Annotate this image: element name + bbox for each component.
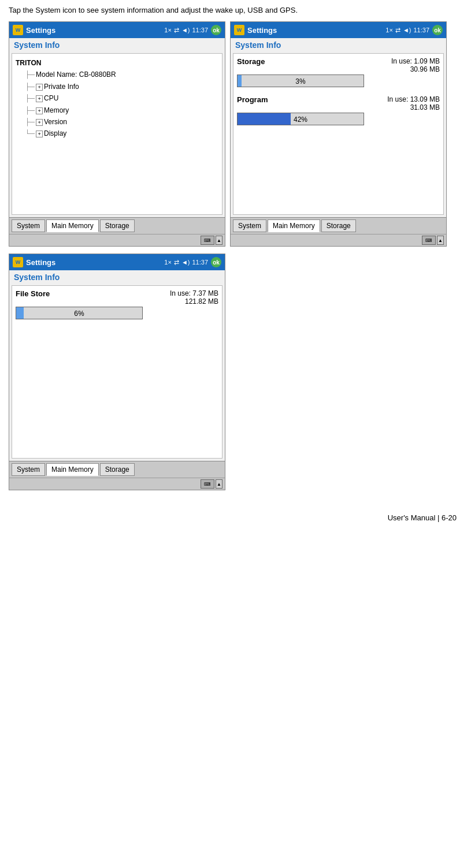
tree-model: ├─Model Name: CB-0880BR	[16, 69, 218, 80]
tree-memory[interactable]: ├─+Memory	[16, 105, 218, 116]
filestore-values: In use: 7.37 MB 121.82 MB	[170, 289, 218, 306]
titlebar-title-2: Settings	[247, 26, 383, 35]
keyboard-icon-3[interactable]: ⌨	[201, 479, 214, 489]
expand-memory-icon[interactable]: +	[36, 107, 43, 114]
page-footer: User's Manual | 6-20	[9, 513, 462, 522]
clock-3: 11:37	[192, 259, 208, 266]
tab-main-memory-3[interactable]: Main Memory	[46, 463, 99, 476]
sysinfo-heading-3: System Info	[9, 270, 225, 283]
expand-cpu-icon[interactable]: +	[36, 95, 43, 102]
screenshots-top-row: W Settings 1× ⇄ ◄) 11:37 ok System Info …	[9, 21, 462, 247]
tab-bar-1: System Main Memory Storage	[9, 217, 225, 234]
expand-display-icon[interactable]: +	[36, 131, 43, 137]
expand-private-icon[interactable]: +	[36, 84, 43, 91]
bottom-bar-2: ⌨ ▲	[231, 234, 446, 246]
tree-cpu[interactable]: ├─+CPU	[16, 92, 218, 104]
titlebar-icons-1: 1× ⇄ ◄) 11:37	[164, 27, 208, 34]
sysinfo-heading-1: System Info	[9, 38, 225, 51]
program-values: In use: 13.09 MB 31.03 MB	[387, 95, 440, 111]
titlebar-icons-3: 1× ⇄ ◄) 11:37	[164, 259, 208, 266]
filestore-header: File Store In use: 7.37 MB 121.82 MB	[16, 289, 218, 306]
storage-header: Storage In use: 1.09 MB 30.96 MB	[237, 57, 440, 73]
tab-main-memory-2[interactable]: Main Memory	[268, 219, 320, 232]
storage-in-use-label: In use:	[391, 57, 412, 65]
titlebar-icons-2: 1× ⇄ ◄) 11:37	[385, 27, 429, 34]
ok-button-2[interactable]: ok	[432, 25, 443, 35]
sync-icon-2: ⇄	[395, 27, 400, 34]
tree-content: TRITON ├─Model Name: CB-0880BR ├─+Privat…	[12, 53, 222, 215]
tab-system-3[interactable]: System	[12, 463, 45, 476]
tab-storage-1[interactable]: Storage	[100, 219, 135, 232]
program-bar: 42%	[237, 113, 364, 125]
ok-button-1[interactable]: ok	[211, 25, 221, 35]
sync-icon-3: ⇄	[174, 259, 179, 266]
program-header: Program In use: 13.09 MB 31.03 MB	[237, 95, 440, 111]
titlebar-3: W Settings 1× ⇄ ◄) 11:37 ok	[9, 254, 225, 270]
storage-section: Storage In use: 1.09 MB 30.96 MB 3%	[237, 57, 440, 87]
screenshots-bottom-row: W Settings 1× ⇄ ◄) 11:37 ok System Info …	[9, 254, 462, 490]
volume-icon-3: ◄)	[181, 259, 190, 266]
signal-icon-3: 1×	[164, 259, 172, 266]
tree-root: TRITON	[16, 57, 218, 69]
screenshot-2: W Settings 1× ⇄ ◄) 11:37 ok System Info …	[230, 21, 447, 247]
titlebar-1: W Settings 1× ⇄ ◄) 11:37 ok	[9, 22, 225, 38]
scroll-up-3[interactable]: ▲	[216, 479, 222, 489]
intro-text: Tap the System icon to see system inform…	[9, 6, 462, 14]
tree-private[interactable]: ├─+Private Info	[16, 81, 218, 92]
storage-content: Storage In use: 1.09 MB 30.96 MB 3% Prog…	[233, 53, 444, 215]
program-label: Program	[237, 95, 268, 111]
tree-version[interactable]: ├─+Version	[16, 116, 218, 128]
volume-icon: ◄)	[181, 27, 190, 33]
signal-icon-2: 1×	[385, 27, 393, 33]
clock-2: 11:37	[413, 27, 429, 33]
keyboard-icon-2[interactable]: ⌨	[422, 236, 436, 245]
storage-total-value: 30.96 MB	[410, 65, 440, 73]
tab-storage-2[interactable]: Storage	[321, 219, 356, 232]
program-total-value: 31.03 MB	[410, 103, 440, 111]
program-in-use-label: In use:	[387, 95, 408, 103]
filestore-in-use-value: 7.37 MB	[192, 289, 218, 297]
screenshot-3: W Settings 1× ⇄ ◄) 11:37 ok System Info …	[9, 254, 225, 490]
windows-logo-icon-2: W	[234, 25, 244, 35]
sync-icon: ⇄	[174, 27, 179, 34]
tab-system-1[interactable]: System	[12, 219, 45, 232]
titlebar-title-1: Settings	[26, 26, 161, 35]
tab-main-memory-1[interactable]: Main Memory	[46, 219, 99, 232]
filestore-section: File Store In use: 7.37 MB 121.82 MB 6%	[16, 289, 218, 319]
storage-values: In use: 1.09 MB 30.96 MB	[391, 57, 440, 73]
bottom-bar-3: ⌨ ▲	[9, 478, 225, 490]
program-bar-text: 42%	[238, 113, 364, 126]
signal-icon: 1×	[164, 27, 172, 33]
program-section: Program In use: 13.09 MB 31.03 MB 42%	[237, 95, 440, 125]
tab-bar-2: System Main Memory Storage	[231, 217, 446, 234]
windows-logo-icon-3: W	[13, 257, 23, 267]
tree-display[interactable]: └─+Display	[16, 128, 218, 139]
tab-system-2[interactable]: System	[233, 219, 266, 232]
screenshot-1: W Settings 1× ⇄ ◄) 11:37 ok System Info …	[9, 21, 225, 247]
storage-bar: 3%	[237, 74, 364, 87]
filestore-label: File Store	[16, 289, 50, 306]
tab-storage-3[interactable]: Storage	[100, 463, 135, 476]
ok-button-3[interactable]: ok	[211, 257, 221, 267]
sysinfo-heading-2: System Info	[231, 38, 446, 51]
filestore-total-value: 121.82 MB	[185, 297, 218, 306]
filestore-in-use-label: In use:	[170, 289, 191, 297]
storage-in-use-value: 1.09 MB	[414, 57, 440, 65]
scroll-up-2[interactable]: ▲	[437, 236, 444, 245]
filestore-bar: 6%	[16, 307, 143, 319]
keyboard-icon-1[interactable]: ⌨	[201, 236, 214, 245]
expand-version-icon[interactable]: +	[36, 119, 43, 126]
storage-bar-text: 3%	[238, 75, 364, 88]
clock-1: 11:37	[192, 27, 208, 33]
titlebar-title-3: Settings	[26, 258, 161, 267]
storage-label: Storage	[237, 57, 265, 73]
program-in-use-value: 13.09 MB	[410, 95, 440, 103]
windows-logo-icon: W	[13, 25, 23, 35]
bottom-bar-1: ⌨ ▲	[9, 234, 225, 246]
scroll-up-1[interactable]: ▲	[216, 236, 222, 245]
tab-bar-3: System Main Memory Storage	[9, 461, 225, 478]
filestore-bar-text: 6%	[16, 307, 142, 320]
titlebar-2: W Settings 1× ⇄ ◄) 11:37 ok	[231, 22, 446, 38]
volume-icon-2: ◄)	[403, 27, 411, 33]
filestore-content: File Store In use: 7.37 MB 121.82 MB 6%	[12, 285, 222, 459]
